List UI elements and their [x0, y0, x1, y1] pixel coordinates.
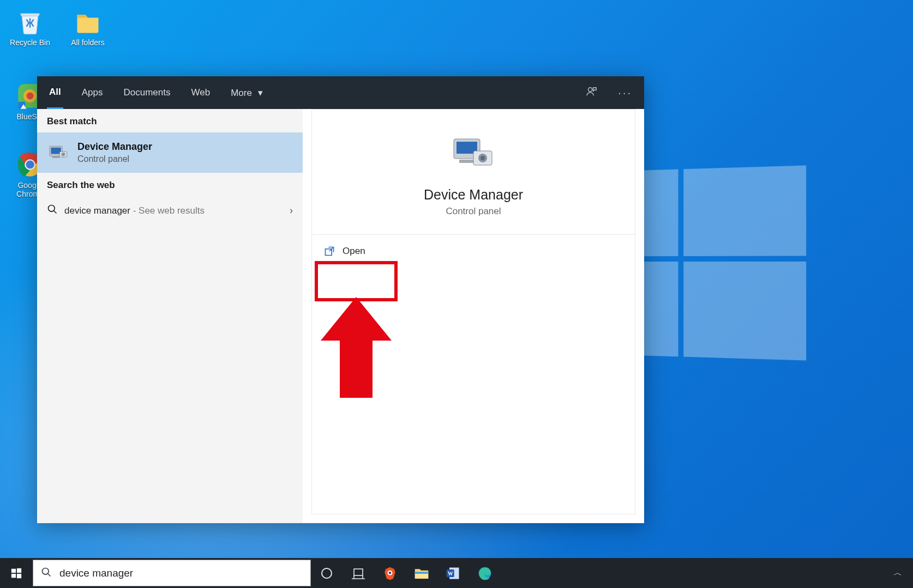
device-manager-large-icon: [449, 135, 497, 174]
chevron-down-icon: ▾: [258, 88, 263, 98]
system-tray: ︿: [882, 558, 913, 588]
tab-documents[interactable]: Documents: [121, 77, 172, 108]
svg-rect-24: [17, 573, 21, 578]
svg-point-12: [62, 153, 65, 156]
taskbar-app-brave[interactable]: [374, 558, 406, 588]
desktop-icon-label: Recycle Bin: [5, 38, 55, 47]
search-preview-column: Device Manager Control panel Open: [311, 109, 635, 514]
chevron-right-icon: ›: [290, 205, 293, 216]
search-web-header: Search the web: [37, 173, 303, 196]
svg-point-29: [389, 571, 391, 573]
open-icon: [324, 246, 335, 257]
taskbar-app-explorer[interactable]: [406, 558, 437, 588]
tab-apps[interactable]: Apps: [80, 77, 105, 108]
folder-icon: [74, 8, 102, 36]
best-match-subtitle: Control panel: [77, 154, 152, 164]
web-result-query: device manager: [64, 205, 130, 216]
best-match-header: Best match: [37, 109, 303, 132]
search-tabs: All Apps Documents Web More ▾ ···: [37, 76, 644, 109]
tab-all[interactable]: All: [47, 77, 63, 109]
cortana-icon: [320, 567, 333, 580]
taskbar-search-box[interactable]: [33, 560, 311, 586]
tray-overflow-button[interactable]: ︿: [889, 567, 906, 579]
svg-point-2: [27, 93, 34, 100]
task-view-button[interactable]: [343, 558, 374, 588]
svg-point-25: [43, 568, 49, 574]
preview-title: Device Manager: [312, 187, 635, 203]
svg-rect-16: [459, 160, 474, 163]
taskbar-app-word[interactable]: W: [437, 558, 469, 588]
edge-icon: [477, 566, 492, 581]
brave-icon: [382, 566, 398, 581]
taskbar-pinned: W: [311, 558, 501, 588]
desktop-wallpaper: Recycle Bin All folders BlueSta Google C…: [0, 0, 913, 588]
start-search-panel: All Apps Documents Web More ▾ ··· Best m…: [37, 76, 644, 523]
search-icon: [47, 204, 58, 217]
search-icon: [41, 567, 52, 580]
annotation-arrow-icon: [321, 297, 392, 401]
recycle-bin-icon: [16, 8, 44, 36]
taskbar: W ︿: [0, 558, 913, 588]
best-match-result[interactable]: Device Manager Control panel: [37, 132, 303, 173]
search-body: Best match Device Manager Control panel …: [37, 109, 644, 523]
cortana-button[interactable]: [311, 558, 343, 588]
start-button[interactable]: [0, 558, 33, 588]
windows-icon: [10, 567, 22, 579]
feedback-icon[interactable]: [583, 83, 599, 102]
svg-point-26: [322, 568, 332, 578]
web-result-hint: - See web results: [130, 205, 205, 216]
device-manager-icon: [47, 142, 69, 163]
svg-point-13: [49, 205, 55, 212]
svg-rect-10: [52, 156, 59, 158]
tab-web[interactable]: Web: [189, 77, 212, 108]
search-results-column: Best match Device Manager Control panel …: [37, 109, 303, 523]
svg-rect-31: [415, 572, 429, 574]
svg-point-7: [588, 87, 592, 91]
tab-more[interactable]: More ▾: [229, 77, 265, 108]
svg-rect-27: [354, 569, 363, 575]
svg-rect-21: [11, 568, 16, 572]
desktop-icon-recycle-bin[interactable]: Recycle Bin: [5, 8, 55, 47]
svg-rect-22: [17, 568, 21, 572]
open-label: Open: [343, 246, 365, 257]
preview-subtitle: Control panel: [312, 206, 635, 217]
open-action[interactable]: Open: [312, 235, 635, 268]
word-icon: W: [446, 566, 461, 581]
chevron-up-icon: ︿: [893, 568, 902, 577]
svg-text:W: W: [448, 570, 453, 576]
best-match-title: Device Manager: [77, 141, 152, 153]
task-view-icon: [351, 567, 365, 579]
svg-rect-23: [11, 573, 16, 577]
svg-point-19: [480, 156, 485, 160]
desktop-icon-all-folders[interactable]: All folders: [63, 8, 112, 47]
taskbar-search-input[interactable]: [58, 567, 303, 580]
file-explorer-icon: [414, 567, 429, 580]
svg-point-6: [26, 160, 34, 168]
desktop-icon-label: All folders: [63, 38, 112, 47]
taskbar-app-edge[interactable]: [469, 558, 501, 588]
tab-more-label: More: [231, 88, 252, 98]
more-options-icon[interactable]: ···: [616, 84, 634, 101]
web-result[interactable]: device manager - See web results ›: [37, 196, 303, 225]
